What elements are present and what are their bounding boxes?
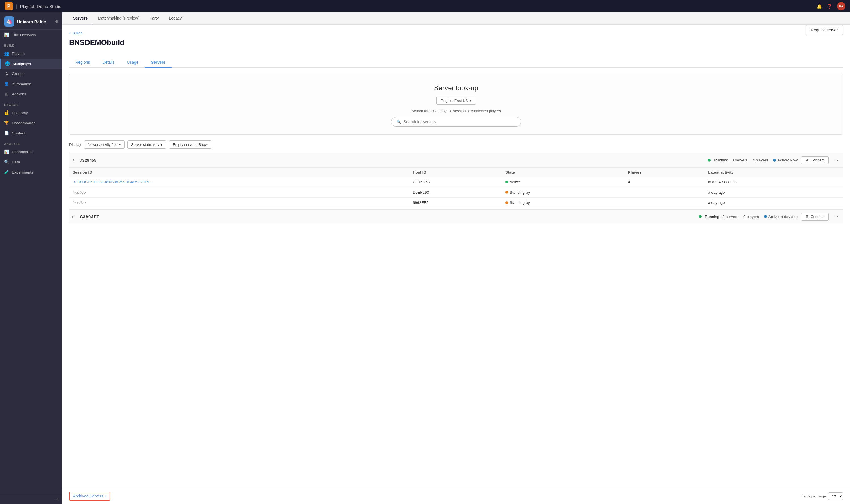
more-button-C3A9AEE[interactable]: ··· xyxy=(832,213,840,220)
sidebar-item-players[interactable]: 👥 Players xyxy=(0,49,62,59)
breadcrumb-arrow: ‹ xyxy=(69,30,71,35)
empty-filter-label: Empty servers: Show xyxy=(173,142,208,147)
addons-icon: ⊞ xyxy=(4,91,9,96)
bottom-bar: Archived Servers › Items per page 10 25 … xyxy=(62,488,850,504)
archived-servers-button[interactable]: Archived Servers › xyxy=(69,491,110,501)
col-latest-activity: Latest activity xyxy=(705,168,843,177)
state-badge-1: Standing by xyxy=(505,190,530,195)
main-content: Servers Matchmaking (Preview) Party Lega… xyxy=(62,13,850,504)
activity-cell-1: a day ago xyxy=(705,187,843,198)
servers-count-C3A9AEE: 3 servers xyxy=(723,215,739,219)
activity-filter-arrow: ▾ xyxy=(119,142,121,147)
playfab-logo: P xyxy=(4,2,13,11)
connect-button-7329455[interactable]: 🖥 Connect xyxy=(801,156,829,164)
tab-matchmaking[interactable]: Matchmaking (Preview) xyxy=(93,13,144,24)
sidebar-item-leaderboards[interactable]: 🏆 Leaderboards xyxy=(0,118,62,128)
empty-filter-button[interactable]: Empty servers: Show xyxy=(169,141,211,149)
session-id-link-0[interactable]: 9CD8DCB5-EFC8-490B-8C87-DB4F52DBF9... xyxy=(72,180,153,184)
activity-filter-button[interactable]: Newer activity first ▾ xyxy=(84,141,125,149)
state-cell-0: Active xyxy=(502,177,625,187)
sub-tab-usage[interactable]: Usage xyxy=(121,57,144,68)
state-label-0: Active xyxy=(510,180,520,184)
sidebar-item-content[interactable]: 📄 Content xyxy=(0,128,62,138)
server-group-C3A9AEE: › C3A9AEE Running 3 servers 0 players Ac… xyxy=(69,209,843,224)
connect-button-C3A9AEE[interactable]: 🖥 Connect xyxy=(801,213,829,220)
players-cell-1 xyxy=(625,187,705,198)
state-cell-2: Standing by xyxy=(502,198,625,208)
more-button-7329455[interactable]: ··· xyxy=(832,157,840,164)
sidebar-section-engage: ENGAGE xyxy=(0,99,62,108)
state-dot-1 xyxy=(505,191,508,194)
server-group-header-C3A9AEE: › C3A9AEE Running 3 servers 0 players Ac… xyxy=(69,209,843,224)
game-icon: 🦄 xyxy=(4,16,14,26)
request-server-button[interactable]: Request server xyxy=(805,25,843,35)
sidebar-item-data[interactable]: 🔍 Data xyxy=(0,157,62,167)
region-selector[interactable]: Region: East US ▾ xyxy=(436,96,476,105)
host-id-cell-2: 9962EE5 xyxy=(410,198,502,208)
sub-tab-servers[interactable]: Servers xyxy=(145,57,172,68)
activity-cell-0: in a few seconds xyxy=(705,177,843,187)
content-icon: 📄 xyxy=(4,130,9,136)
search-input[interactable] xyxy=(403,120,516,124)
server-group-7329455: ∧ 7329455 Running 3 servers 4 players Ac… xyxy=(69,152,843,208)
group-info-C3A9AEE: 3 servers 0 players Active: a day ago xyxy=(723,215,798,219)
state-badge-0: Active xyxy=(505,180,520,184)
status-dot-7329455 xyxy=(708,159,711,162)
breadcrumb[interactable]: ‹ Builds xyxy=(69,30,843,35)
sidebar-item-groups[interactable]: 🗂 Groups xyxy=(0,69,62,79)
state-badge-2: Standing by xyxy=(505,200,530,205)
topbar-separator: | xyxy=(16,3,17,10)
group-toggle-7329455[interactable]: ∧ xyxy=(72,158,76,162)
main-tabs-row: Servers Matchmaking (Preview) Party Lega… xyxy=(62,13,850,25)
state-label-2: Standing by xyxy=(510,200,530,205)
state-dot-2 xyxy=(505,201,508,204)
archived-servers-label: Archived Servers xyxy=(73,494,103,498)
sub-tab-details[interactable]: Details xyxy=(96,57,121,68)
sub-tab-regions[interactable]: Regions xyxy=(69,57,96,68)
user-avatar[interactable]: RA xyxy=(837,2,846,11)
build-title: BNSDEMObuild xyxy=(69,38,124,47)
sub-tabs: Regions Details Usage Servers xyxy=(69,57,843,68)
leaderboards-icon: 🏆 xyxy=(4,120,9,125)
session-id-cell-1: Inactive xyxy=(69,187,410,198)
group-toggle-C3A9AEE[interactable]: › xyxy=(72,215,76,219)
items-per-page-select[interactable]: 10 25 50 xyxy=(828,492,843,500)
sidebar-section-build: BUILD xyxy=(0,40,62,49)
gear-icon[interactable]: ⚙ xyxy=(55,19,58,24)
display-label: Display xyxy=(69,142,81,147)
sidebar-item-automation[interactable]: 👤 Automation xyxy=(0,79,62,89)
host-id-cell-1: D5EF293 xyxy=(410,187,502,198)
status-dot-C3A9AEE xyxy=(699,215,701,218)
help-icon[interactable]: ❓ xyxy=(827,4,832,9)
col-state: State xyxy=(502,168,625,177)
server-lookup-description: Search for servers by ID, session or con… xyxy=(76,109,836,113)
sidebar-item-addons[interactable]: ⊞ Add-ons xyxy=(0,89,62,99)
sidebar-item-dashboards[interactable]: 📊 Dashboards xyxy=(0,147,62,157)
active-badge-7329455: Active: Now xyxy=(773,158,798,162)
sidebar-item-multiplayer[interactable]: 🌐 Multiplayer xyxy=(0,59,62,69)
sidebar-item-economy[interactable]: 💰 Economy xyxy=(0,108,62,118)
connect-label-7329455: Connect xyxy=(811,158,824,162)
topbar-right: 🔔 ❓ RA xyxy=(817,2,846,11)
state-filter-label: Server state: Any xyxy=(131,142,159,147)
server-group-header-7329455: ∧ 7329455 Running 3 servers 4 players Ac… xyxy=(69,152,843,168)
tab-legacy[interactable]: Legacy xyxy=(164,13,187,24)
state-filter-button[interactable]: Server state: Any ▾ xyxy=(127,141,166,149)
col-host-id: Host ID xyxy=(410,168,502,177)
active-label-C3A9AEE: Active: a day ago xyxy=(768,215,798,219)
activity-filter-label: Newer activity first xyxy=(88,142,118,147)
tab-party[interactable]: Party xyxy=(144,13,164,24)
bell-icon[interactable]: 🔔 xyxy=(817,4,822,9)
sidebar-item-experiments[interactable]: 🧪 Experiments xyxy=(0,167,62,177)
content-label: Content xyxy=(12,131,25,136)
studio-name: PlayFab Demo Studio xyxy=(20,4,62,9)
tab-servers[interactable]: Servers xyxy=(68,13,93,24)
players-cell-0: 4 xyxy=(625,177,705,187)
sidebar-item-title-overview[interactable]: 📊 Title Overview xyxy=(0,30,62,40)
session-row-2: Inactive 9962EE5 Standing by a day ago xyxy=(69,198,843,208)
region-label: Region: East US xyxy=(440,98,468,103)
host-id-cell-0: CC75D53 xyxy=(410,177,502,187)
activity-cell-2: a day ago xyxy=(705,198,843,208)
archived-arrow-icon: › xyxy=(105,494,106,498)
sidebar-collapse-button[interactable]: « xyxy=(4,497,58,501)
